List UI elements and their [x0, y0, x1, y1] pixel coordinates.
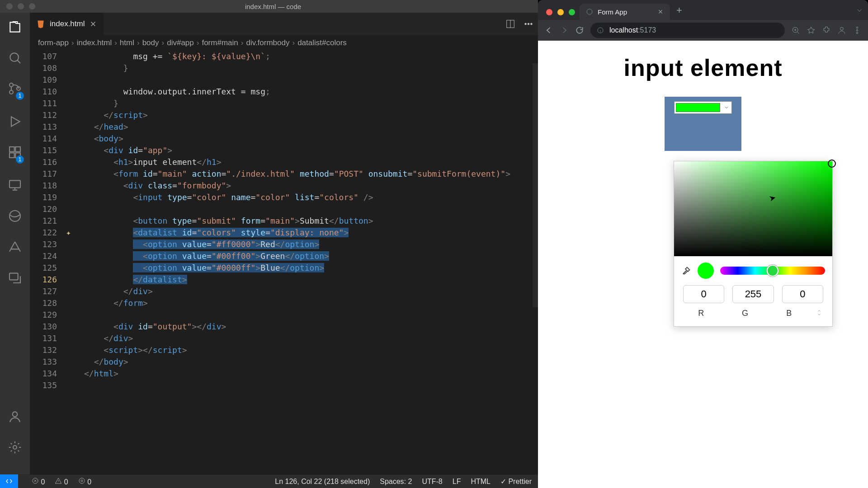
chevron-down-icon[interactable]	[723, 105, 730, 110]
ext-badge: 1	[16, 155, 24, 164]
browser-window-controls[interactable]	[542, 9, 580, 20]
search-icon[interactable]	[8, 51, 22, 65]
status-warnings[interactable]: 0	[55, 477, 68, 486]
tab-overflow-icon[interactable]	[855, 6, 863, 14]
breadcrumb-item[interactable]: form-app	[38, 38, 69, 47]
svg-point-20	[587, 9, 592, 14]
breadcrumb-item[interactable]: index.html	[77, 38, 112, 47]
profile-avatar-icon[interactable]	[837, 26, 846, 35]
svg-rect-6	[9, 153, 14, 158]
status-prettier[interactable]: ✓ Prettier	[500, 477, 532, 486]
svg-point-2	[9, 90, 13, 94]
run-debug-icon[interactable]	[8, 114, 22, 129]
page-heading: input element	[552, 54, 854, 81]
code-content[interactable]: msg += `${key}: ${value}\n`; } window.ou…	[84, 51, 510, 474]
b-input[interactable]	[782, 285, 823, 303]
eyedropper-icon[interactable]	[681, 266, 691, 276]
remote-explorer-icon[interactable]	[8, 178, 22, 192]
bookmark-star-icon[interactable]	[807, 26, 816, 35]
testing-icon[interactable]	[8, 239, 22, 254]
minimap[interactable]	[533, 63, 538, 307]
status-eol[interactable]: LF	[453, 478, 461, 486]
more-actions-icon[interactable]	[524, 19, 533, 29]
sv-handle[interactable]	[828, 160, 836, 168]
svg-point-26	[856, 32, 858, 33]
live-share-icon[interactable]	[8, 270, 22, 285]
browser-window: Form App + localhost:5173 input element	[538, 0, 868, 488]
site-info-icon[interactable]	[597, 27, 604, 34]
breadcrumb-item[interactable]: html	[120, 38, 134, 47]
url-bar[interactable]: localhost:5173	[590, 23, 785, 38]
tab-index-html[interactable]: index.html	[30, 13, 104, 35]
svg-point-19	[79, 478, 85, 483]
b-label: B	[771, 309, 807, 319]
edge-tools-icon[interactable]	[8, 209, 22, 223]
svg-point-25	[856, 29, 858, 31]
svg-point-24	[856, 27, 858, 28]
browser-tab-title: Form App	[598, 8, 627, 16]
remote-indicator[interactable]	[0, 474, 18, 488]
hue-handle[interactable]	[767, 265, 778, 277]
breadcrumb-item[interactable]: form#main	[202, 38, 238, 47]
page-favicon-icon	[586, 8, 593, 15]
code-editor[interactable]: 1071081091101111121131141151161171181191…	[30, 51, 538, 474]
breadcrumb-item[interactable]: datalist#colors	[297, 38, 347, 47]
mouse-cursor-icon: ➤	[768, 192, 777, 203]
tab-close-icon[interactable]	[657, 9, 664, 15]
svg-rect-8	[9, 180, 20, 188]
svg-point-15	[528, 23, 529, 25]
scm-icon-wrap[interactable]: 1	[8, 81, 22, 98]
status-cursor-pos[interactable]: Ln 126, Col 22 (218 selected)	[275, 478, 370, 486]
status-encoding[interactable]: UTF-8	[422, 478, 442, 486]
svg-point-18	[81, 480, 83, 482]
breadcrumb-item[interactable]: body	[142, 38, 159, 47]
svg-rect-5	[15, 147, 20, 152]
vscode-titlebar: index.html — code	[0, 0, 538, 13]
color-input[interactable]	[674, 101, 732, 114]
settings-gear-icon[interactable]	[8, 440, 22, 455]
new-tab-button[interactable]: +	[670, 5, 689, 20]
r-input[interactable]	[683, 285, 724, 303]
svg-point-23	[840, 27, 844, 30]
color-swatch	[676, 103, 720, 112]
back-icon[interactable]	[544, 26, 553, 35]
zoom-indicator-icon[interactable]	[791, 26, 800, 35]
browser-toolbar: localhost:5173	[538, 20, 868, 41]
traffic-min-icon[interactable]	[557, 9, 564, 15]
browser-tab[interactable]: Form App	[580, 4, 670, 20]
kebab-menu-icon[interactable]	[853, 26, 862, 35]
url-host: localhost	[609, 26, 638, 34]
extensions-puzzle-icon[interactable]	[822, 26, 831, 35]
status-errors[interactable]: 0	[32, 477, 45, 486]
hue-slider[interactable]	[720, 267, 825, 275]
g-label: G	[727, 309, 763, 319]
color-format-toggle-icon[interactable]	[815, 309, 823, 319]
status-indent[interactable]: Spaces: 2	[380, 478, 412, 486]
traffic-close-icon[interactable]	[546, 9, 552, 15]
traffic-max-icon[interactable]	[569, 9, 575, 15]
status-bar: 0 0 0 Ln 126, Col 22 (218 selected) Spac…	[0, 474, 538, 488]
status-language[interactable]: HTML	[471, 478, 491, 486]
split-editor-icon[interactable]	[505, 19, 515, 29]
breadcrumb-item[interactable]: div.formbody	[246, 38, 289, 47]
g-input[interactable]	[732, 285, 774, 303]
glyph-margin: ✦	[66, 51, 84, 474]
current-color-preview	[698, 263, 714, 279]
status-ports[interactable]: 0	[78, 477, 91, 486]
svg-point-0	[10, 53, 19, 61]
editor-tabbar: index.html	[30, 13, 538, 35]
extensions-icon-wrap[interactable]: 1	[8, 145, 22, 162]
forward-icon[interactable]	[560, 26, 569, 35]
saturation-value-area[interactable]: ➤	[674, 161, 832, 256]
tab-label: index.html	[50, 19, 85, 28]
vscode-window: index.html — code 1 1	[0, 0, 538, 488]
color-input-wrapper	[665, 97, 741, 151]
account-icon[interactable]	[8, 409, 22, 424]
page-content: input element ➤	[538, 41, 868, 488]
tab-close-icon[interactable]	[89, 20, 97, 28]
breadcrumbs[interactable]: form-app›index.html›html›body›div#app›fo…	[30, 35, 538, 51]
explorer-icon[interactable]	[8, 20, 22, 34]
breadcrumb-item[interactable]: div#app	[167, 38, 194, 47]
reload-icon[interactable]	[575, 26, 584, 35]
browser-tabbar: Form App +	[538, 0, 868, 20]
